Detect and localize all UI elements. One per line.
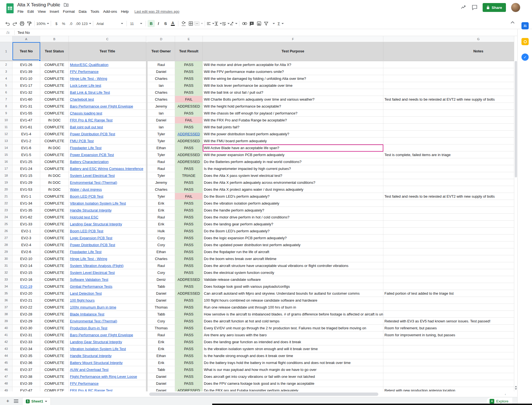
cell-test-title[interactable]: Land Detection Test — [69, 290, 146, 297]
cell-test-status[interactable]: COMPLETE — [40, 193, 69, 200]
cell-test-status[interactable]: COMPLETE — [40, 380, 69, 387]
cell-test-owner[interactable]: Daniel — [148, 373, 175, 380]
cell-test-purpose[interactable]: Will the lock lever performance be accep… — [203, 82, 383, 89]
menu-insert[interactable]: Insert — [48, 9, 61, 14]
cell-test-owner[interactable]: Jeremy — [148, 179, 175, 186]
header-cell-C1[interactable]: Test Title — [69, 42, 146, 60]
cell-test-owner[interactable]: Raul — [148, 214, 175, 221]
row-header-10[interactable]: 10 — [0, 117, 12, 124]
cell-test-owner[interactable]: Daniel — [148, 290, 175, 297]
cell-notes[interactable] — [383, 137, 514, 144]
row-header-36[interactable]: 36 — [0, 297, 12, 304]
test-title-link[interactable]: Ball Link & Strut Life Test — [70, 90, 110, 95]
cell-test-result[interactable]: PASS — [175, 221, 203, 228]
cell-test-no[interactable]: EV1-39 — [12, 68, 40, 75]
cell-notes[interactable] — [383, 124, 514, 131]
cell-test-title[interactable]: AUW and Overload Test — [69, 366, 146, 373]
cell-test-status[interactable]: COMPLETE — [40, 325, 69, 332]
cell-test-title[interactable]: Baro Performance over Flight Envelope — [69, 332, 146, 338]
vertical-align-button[interactable] — [214, 20, 222, 27]
cell-notes[interactable] — [383, 68, 514, 75]
all-sheets-menu-icon[interactable] — [14, 399, 18, 403]
row-header-29[interactable]: 29 — [0, 248, 12, 255]
cell-test-purpose[interactable]: Will the ball link or strut fail / pull … — [203, 89, 383, 96]
cell-test-owner[interactable]: Hulk — [148, 228, 175, 235]
cell-test-no[interactable]: EV2-1 — [12, 228, 40, 235]
cell-test-owner[interactable]: Thomas — [148, 304, 175, 311]
sheet-tab-caret-icon[interactable] — [45, 401, 47, 402]
cell-notes[interactable] — [383, 262, 514, 269]
test-title-link[interactable]: 100hr minumum Burn in time — [70, 305, 116, 309]
cell-test-result[interactable]: PASS — [175, 311, 203, 318]
cell-test-purpose[interactable]: Do the Boom LED's perform adequately? — [203, 228, 383, 235]
cell-notes[interactable] — [383, 235, 514, 241]
cell-test-owner[interactable]: Raul — [148, 61, 175, 68]
test-title-link[interactable]: Handle Structural Integrity — [70, 208, 112, 212]
cell-test-result[interactable]: PASS — [175, 235, 203, 241]
cell-test-title[interactable]: Handle Structural Integrity — [69, 352, 146, 359]
cell-test-title[interactable]: Landing Gear Structural Integrity — [69, 338, 146, 345]
cell-test-no[interactable]: EV2-34 — [12, 345, 40, 352]
cell-notes[interactable] — [383, 255, 514, 262]
cell-test-no[interactable]: EV1-10 — [12, 75, 40, 82]
cell-test-status[interactable]: COMPLETE — [40, 103, 69, 110]
cell-test-purpose[interactable]: Will the wiring be damaged by folding / … — [203, 75, 383, 82]
cell-notes[interactable]: Retested with EV3 as EV5 had known senso… — [383, 318, 514, 325]
cell-notes[interactable] — [383, 172, 514, 179]
test-title-link[interactable]: Hot/cold test ESC — [70, 215, 98, 219]
column-header-A[interactable]: A — [12, 36, 40, 42]
cell-notes[interactable] — [383, 207, 514, 214]
cell-notes[interactable] — [383, 158, 514, 165]
test-title-link[interactable]: Boom LED PCB Test — [70, 194, 103, 198]
cell-test-result[interactable]: ADDRESSED — [175, 103, 203, 110]
cell-notes[interactable] — [383, 304, 514, 311]
cell-test-purpose[interactable]: Will the height hold performance be acce… — [203, 103, 383, 110]
cell-test-result[interactable]: PASS — [175, 297, 203, 304]
cell-test-status[interactable]: COMPLETE — [40, 359, 69, 366]
text-color-button[interactable]: A — [169, 20, 176, 27]
cell-test-no[interactable]: EV2-14 — [12, 262, 40, 269]
cell-test-no[interactable]: EV1-24 — [12, 165, 40, 172]
row-header-16[interactable]: 16 — [0, 158, 12, 165]
test-title-link[interactable]: Software Validation Test — [70, 277, 108, 282]
test-title-link[interactable]: Boom LED PCB Test — [70, 229, 103, 233]
test-title-link[interactable]: Hinge Life Test - Wiring — [70, 257, 107, 261]
row-header-24[interactable]: 24 — [0, 214, 12, 221]
row-header-2[interactable]: 2 — [0, 61, 12, 68]
column-header-B[interactable]: B — [40, 36, 69, 42]
test-title-link[interactable]: Battery and ESC Wiring Compass Interefen… — [70, 167, 143, 171]
row-header-6[interactable]: 6 — [0, 89, 12, 96]
cell-test-title[interactable]: FRX Pro & RC Range Test — [69, 387, 146, 391]
move-to-folder-icon[interactable] — [64, 3, 69, 7]
merge-cells-button[interactable] — [194, 20, 203, 27]
test-title-link[interactable]: Vibration Isolation System Life Test — [70, 347, 126, 351]
test-no-link[interactable]: EV2-19 — [20, 284, 32, 289]
cell-test-purpose[interactable]: Run one release candidate unit through 1… — [203, 304, 383, 311]
cell-test-purpose[interactable]: Does the aircraft structure have unaccep… — [203, 262, 383, 269]
cell-test-purpose[interactable]: Validate release candidate software — [203, 276, 383, 283]
cell-notes[interactable] — [383, 380, 514, 387]
test-title-link[interactable]: System Level Electrical Test — [70, 271, 115, 275]
cell-test-result[interactable]: PASS — [175, 318, 203, 325]
cell-test-title[interactable]: Battery Characterization — [69, 158, 146, 165]
cell-notes[interactable] — [383, 165, 514, 172]
cell-test-no[interactable]: EV2-37 — [12, 366, 40, 373]
font-size-select[interactable]: 11 — [128, 20, 144, 27]
cell-notes[interactable] — [383, 359, 514, 366]
cell-test-owner[interactable]: Charles — [148, 96, 175, 103]
row-header-22[interactable]: 22 — [0, 200, 12, 207]
cell-test-owner[interactable]: Ian — [148, 110, 175, 117]
cell-notes[interactable] — [383, 214, 514, 221]
cell-test-result[interactable]: PASS — [175, 200, 203, 207]
cell-test-status[interactable]: COMPLETE — [40, 338, 69, 345]
row-header-21[interactable]: 21 — [0, 193, 12, 200]
row-header-48[interactable]: 48 — [0, 380, 12, 387]
cell-test-purpose[interactable]: Does the updated power distribution test… — [203, 241, 383, 248]
cell-test-purpose[interactable]: Does the flopdapter run the life of airc… — [203, 248, 383, 255]
create-filter-button[interactable] — [263, 20, 270, 27]
format-currency-button[interactable]: $ — [53, 20, 60, 27]
document-title[interactable]: Alta X Testing Public — [17, 2, 60, 8]
row-header-44[interactable]: 44 — [0, 352, 12, 359]
grid-corner[interactable] — [0, 36, 12, 42]
row-header-47[interactable]: 47 — [0, 373, 12, 380]
